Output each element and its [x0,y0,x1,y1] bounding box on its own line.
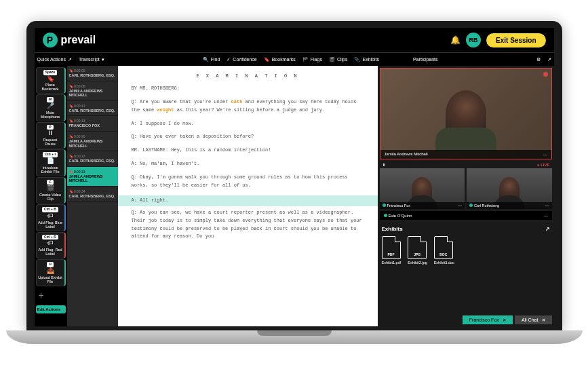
chat-tab-user[interactable]: Francisco Fox× [463,315,513,324]
timestamp: 🔖 0:00:34 [69,189,116,193]
shortcut-key: Ctrl + I [43,152,58,157]
speaker-segment[interactable]: 🔖 0:00:26JAMILA ANDREWS MITCHELL [67,132,118,151]
action-icon: ⏸ [47,130,54,137]
exit-session-button[interactable]: Exit Session [486,33,545,47]
transcript-line: MR. LASTNAME: Hey, this is a random inte… [132,147,364,155]
quick-action[interactable]: Ctrl + R🏷Add Flag: Red Label [36,232,66,258]
action-label: Mute Microphone [38,111,63,119]
quick-action[interactable]: U📤Upload Exhibit File [36,259,66,286]
quick-action[interactable]: M🎤Mute Microphone [36,94,66,121]
speaker-name: FRANCISCO FOX [69,123,116,128]
action-icon: 📄 [47,158,54,165]
speaker-segment[interactable]: 🔖 0:00:08JAMILA ANDREWS MITCHELL [67,81,118,101]
action-icon: 🔖 [47,76,54,83]
expand-icon[interactable]: ↗ [547,57,551,62]
timestamp: 🔖 0:00:11 [69,104,116,108]
transcript-menu[interactable]: Transcript ▾ [79,57,104,62]
video-thumb[interactable]: Francisco Fox⋯ [380,168,465,209]
speaker-segment[interactable]: 🔖 0:00:11CARL ROTHSBERG, ESQ. [67,101,118,117]
file-icon: PDF [382,236,401,259]
file-name: Exhibit1.pdf [382,261,401,265]
action-label: Request Pause [38,138,63,146]
more-icon[interactable]: ⋯ [458,204,462,208]
quick-action[interactable]: C🎬Create Video Clip [36,177,66,204]
action-icon: 🎬 [47,185,54,192]
speaker-segment[interactable]: 🔖 0:00:00CARL ROTHSBERG, ESQ. [67,66,118,81]
exhibit-item[interactable]: PDFExhibit1.pdf [382,236,401,265]
speaker-timeline: 🔖 0:00:00CARL ROTHSBERG, ESQ.🔖 0:00:08JA… [67,66,118,326]
participants-panel: Jamila Andrews Mitchell⋯ ⏸ ● LIVE Franci… [378,66,554,326]
close-icon[interactable]: × [503,318,506,322]
notifications-icon[interactable]: 🔔 [450,35,460,45]
quick-action[interactable]: Space🔖Place Bookmark [36,67,66,94]
action-label: Place Bookmark [38,83,63,91]
find-button[interactable]: 🔍 Find [203,57,220,62]
flags-button[interactable]: 🏴 Flags [302,57,322,62]
popout-icon[interactable]: ↗ [545,226,550,232]
more-icon[interactable]: ⋯ [543,152,547,157]
timestamp: 🔖 0:00:26 [69,134,116,138]
video-name: Evie O'Quinn [389,214,412,218]
quick-action[interactable]: Ctrl + I📄Introduce Exhibit File [36,149,66,176]
action-label: Add Flag: Red Label [38,248,63,256]
transcript-line: Q: As you can see, we have a court repor… [132,209,364,242]
close-icon[interactable]: × [542,318,545,322]
exhibits-title: Exhibits [382,226,403,232]
quick-actions-menu[interactable]: Quick Actions ↗ [37,57,72,62]
exhibits-button[interactable]: 📎 Exhibits [354,57,379,62]
quick-actions-sidebar: Space🔖Place BookmarkM🎤Mute MicrophoneP⏸R… [35,66,67,326]
video-thumb[interactable]: Carl Rothsberg⋯ [467,168,552,209]
video-main[interactable]: Jamila Andrews Mitchell⋯ [380,68,552,159]
action-icon: 📤 [47,268,54,275]
timestamp: 🔖 0:00:13 [69,119,116,123]
video-mini[interactable]: Evie O'Quinn⋯ [380,211,552,220]
settings-icon[interactable]: ⚙ [536,57,541,62]
shortcut-key: U [47,262,54,267]
brand-name: prevail [61,34,96,46]
more-icon[interactable]: ⋯ [545,204,549,208]
action-label: Upload Exhibit File [38,275,63,284]
clips-button[interactable]: 🎬 Clips [329,57,348,62]
speaker-segment[interactable]: 🔖 0:00:34CARL ROTHSBERG, ESQ. [67,187,118,202]
shortcut-key: M [47,97,54,102]
action-label: Create Video Clip [38,193,63,201]
speaker-name: JAMILA ANDREWS MITCHELL [69,89,116,98]
transcript-byline: BY MR. ROTHSBERG: [132,85,364,93]
transcript-heading: E X A M I N A T I O N [132,73,364,81]
action-icon: 🎤 [47,103,54,110]
shortcut-key: P [47,125,53,130]
brand-logo: P prevail [43,33,96,47]
file-icon: JPG [408,236,427,259]
exhibit-item[interactable]: DOCExhibit3.doc [434,236,454,265]
more-icon[interactable]: ⋯ [544,213,548,218]
transcript-line: A: No, ma'am, I haven't. [132,160,364,168]
transcript-line: A: I suppose I do now. [132,120,364,128]
speaker-segment[interactable]: 🔖 0:00:13CARL ROTHSBERG, ESQ. [67,151,118,167]
timestamp: 🔖 0:00:08 [69,84,116,88]
participants-label: Participants [413,57,438,62]
exhibit-item[interactable]: JPGExhibit2.jpg [408,236,427,265]
edit-actions-button[interactable]: Edit Actions [36,305,66,313]
add-action-button[interactable]: + [36,287,66,303]
action-icon: 🏷 [47,213,54,220]
action-icon: 🏷 [47,240,54,247]
quick-action[interactable]: Ctrl + B🏷Add Flag: Blue Label [36,204,66,231]
timestamp: 🔖 0:00:00 [69,69,116,73]
file-name: Exhibit2.jpg [408,261,427,265]
speaker-segment[interactable]: 🔖 0:00:13FRANCISCO FOX [67,116,118,132]
user-avatar[interactable]: RB [466,33,481,47]
transcript-body[interactable]: E X A M I N A T I O N BY MR. ROTHSBERG: … [118,66,378,326]
chat-tab-all[interactable]: All Chat× [515,315,552,324]
logo-mark-icon: P [43,33,58,47]
exhibits-section: Exhibits↗ PDFExhibit1.pdfJPGExhibit2.jpg… [378,222,554,269]
speaker-segment[interactable]: 🔖 0:00:13JAMILA ANDREWS MITCHELL [67,167,118,187]
bookmarks-button[interactable]: 🔖 Bookmarks [264,57,296,62]
quick-action[interactable]: P⏸Request Pause [36,122,66,149]
speaker-name: JAMILA ANDREWS MITCHELL [69,174,116,183]
toolbar: Quick Actions ↗ Transcript ▾ 🔍 Find ✓ Co… [35,52,554,66]
pause-icon[interactable]: ⏸ [382,163,386,167]
confidence-button[interactable]: ✓ Confidence [227,57,256,62]
transcript-line: Q: Have you ever taken a deposition befo… [132,133,364,141]
action-label: Introduce Exhibit File [38,166,63,174]
shortcut-key: Space [43,70,58,75]
